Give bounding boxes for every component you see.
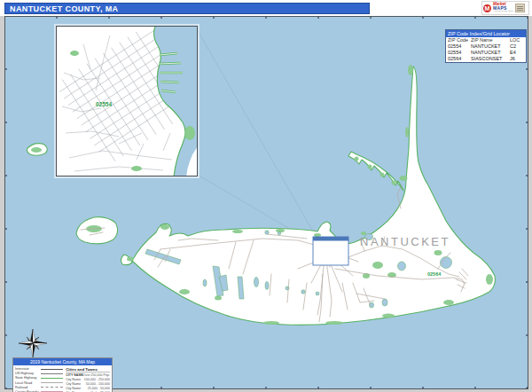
map-poster-page: NANTUCKET COUNTY, MA M Market MAPS Ameri… [0, 0, 532, 392]
legend-title: 2019 Nantucket County, MA Map [13, 358, 112, 365]
city-row: City Name100,000 - 250,000 [66, 378, 110, 381]
inset-extent-box [313, 237, 348, 265]
col-zip-name: ZIP Name [471, 37, 510, 43]
city-row: CITY NAMEOver 250,000 Pop. [66, 373, 110, 377]
zip-label-main: 02564 [427, 271, 442, 277]
legend-item: US Highway [15, 372, 63, 375]
inset-connector-lines [196, 27, 317, 243]
legend-item: Railroad [15, 386, 63, 389]
name-cell: NANTUCKET [471, 50, 510, 56]
zip-index-title: ZIP Code Index/Grid Locator [446, 30, 526, 37]
logo-tagline: America's Map Store [493, 10, 513, 13]
legend-symbols-column: Interstate US Highway State Highway Loca… [15, 367, 63, 392]
inset-map-svg: 02554 [57, 27, 197, 176]
legend-item: Local Road [15, 381, 63, 385]
city-row: City Name50,000 - 100,000 [66, 382, 110, 386]
map-canvas: NANTUCKET 02564 [4, 16, 528, 389]
inset-streets-outer [62, 35, 172, 171]
name-cell: SIASCONSET [471, 56, 510, 62]
legend-box: 2019 Nantucket County, MA Map Interstate… [12, 357, 113, 392]
zip-cell: 02554 [448, 43, 471, 50]
zip-index-table: ZIP Code Index/Grid Locator ZIP Code ZIP… [445, 29, 527, 63]
logo-badge-icon: M [483, 4, 491, 12]
brand-logo: M Market MAPS America's Map Store [481, 1, 529, 15]
name-cell: NANTUCKET [471, 43, 510, 50]
zip-cell: 02554 [448, 50, 471, 56]
logo-seal-icon [515, 4, 525, 12]
title-bar: NANTUCKET COUNTY, MA [4, 3, 370, 14]
zip-index-row: 02564 SIASCONSET J6 [446, 56, 526, 62]
legend-item: Interstate [15, 367, 63, 371]
logo-words: Market MAPS America's Map Store [493, 3, 513, 13]
zip-index-row: 02554 NANTUCKET C2 [446, 43, 526, 50]
island-name-label: NANTUCKET [360, 235, 450, 248]
inset-harbor-water [154, 27, 198, 176]
col-zip-code: ZIP Code [448, 37, 471, 43]
loc-cell: J6 [510, 56, 524, 62]
page-title: NANTUCKET COUNTY, MA [10, 4, 119, 13]
zip-index-header-row: ZIP Code ZIP Name LOC [446, 37, 526, 43]
inset-map: 02554 [56, 26, 198, 176]
cities-title: Cities and Towns [66, 367, 110, 372]
city-row: City Name25,000 - 50,000 [66, 387, 110, 390]
legend-item: State Highway [15, 376, 63, 380]
zip-cell: 02564 [448, 56, 471, 62]
zip-index-row: 02554 NANTUCKET E4 [446, 50, 526, 56]
loc-cell: E4 [510, 50, 524, 56]
compass-rose-icon [17, 327, 49, 359]
col-loc: LOC [510, 37, 524, 43]
loc-cell: C2 [510, 43, 524, 50]
inset-zip-label: 02554 [96, 101, 112, 107]
legend-cities-column: Cities and Towns CITY NAMEOver 250,000 P… [66, 367, 110, 392]
